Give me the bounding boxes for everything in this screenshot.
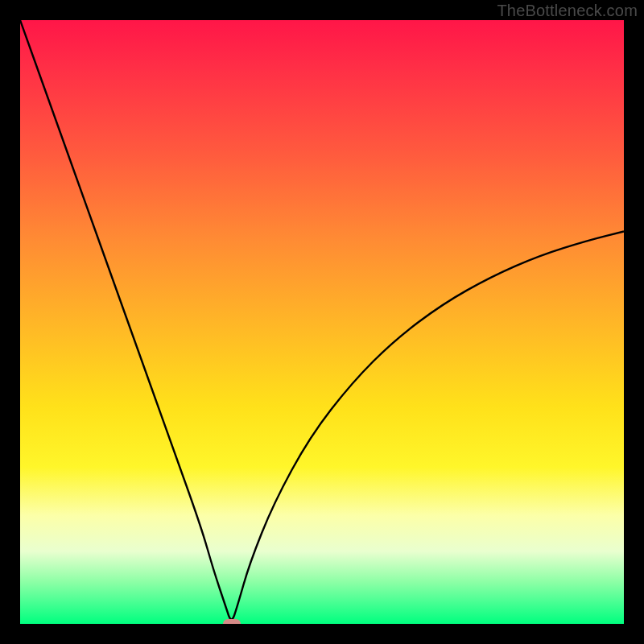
plot-area [20, 20, 624, 624]
bottleneck-curve [20, 20, 624, 619]
watermark-text: TheBottleneck.com [497, 2, 638, 20]
chart-frame: TheBottleneck.com [0, 0, 644, 644]
minimum-marker [223, 619, 241, 624]
curve-svg [20, 20, 624, 624]
